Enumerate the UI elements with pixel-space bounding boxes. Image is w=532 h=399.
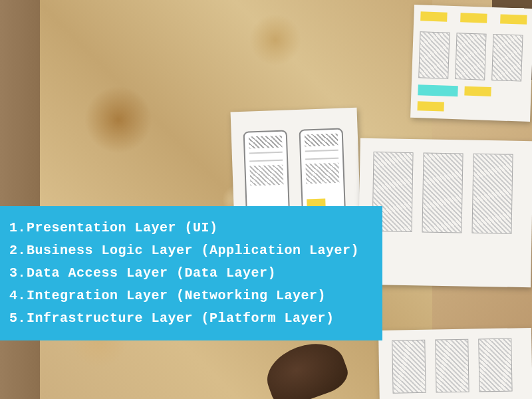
architecture-layers-list: Presentation Layer (UI) Business Logic L… [9, 217, 373, 330]
sticky-note-cyan [418, 84, 458, 96]
wireframe-box [455, 33, 486, 80]
wireframe-box [491, 34, 523, 82]
list-item: Infrastructure Layer (Platform Layer) [9, 307, 373, 330]
sticky-note-yellow [460, 13, 487, 23]
wireframe-sheet-right [358, 138, 532, 288]
wireframe-column [471, 154, 513, 234]
sticky-note-yellow [464, 86, 491, 96]
layers-text-panel: Presentation Layer (UI) Business Logic L… [0, 206, 382, 340]
sticky-note-yellow [417, 101, 444, 111]
wireframe-box [478, 338, 512, 392]
phone-mockup [243, 130, 290, 217]
list-item: Data Access Layer (Data Layer) [9, 262, 373, 285]
sticky-note-yellow [500, 14, 527, 24]
list-item: Presentation Layer (UI) [9, 217, 373, 239]
wireframe-box [392, 340, 426, 394]
wireframe-box [418, 31, 450, 79]
list-item: Integration Layer (Networking Layer) [9, 285, 373, 307]
wireframe-column [422, 152, 463, 233]
sticky-note-yellow [420, 11, 447, 21]
list-item: Business Logic Layer (Application Layer) [9, 239, 373, 262]
wireframe-sheet-bottom [378, 328, 532, 399]
wireframe-box [435, 339, 469, 393]
wireframe-sheet-top-right [410, 5, 532, 122]
